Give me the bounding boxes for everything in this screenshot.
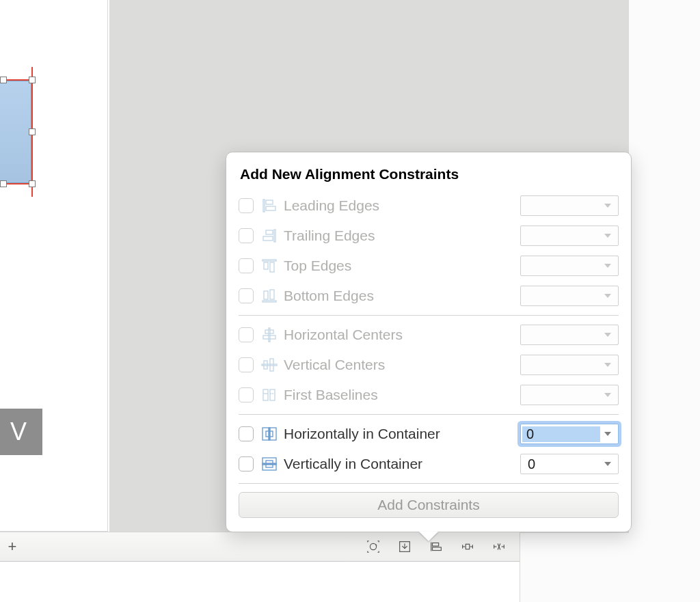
vertically-in-container-icon [260,456,278,472]
chevron-down-icon [604,462,611,466]
top-edges-icon [260,258,278,274]
constraint-row-h-in-container: Horizontally in Container 0 [239,419,619,449]
svg-rect-21 [264,361,267,369]
separator [239,414,619,415]
value-combo[interactable] [520,256,619,276]
resize-handle[interactable] [0,77,7,83]
svg-rect-15 [264,291,268,299]
checkbox[interactable] [239,426,254,441]
svg-rect-2 [433,543,439,547]
constraint-row-vcenters: Vertical Centers [239,350,619,380]
vertical-centers-icon [260,357,278,373]
chevron-down-icon [604,294,611,298]
resolve-issues-icon[interactable] [491,538,507,555]
leading-edges-icon [260,197,278,214]
separator [239,315,619,316]
chevron-down-icon [604,432,611,436]
svg-rect-6 [266,200,273,204]
chevron-down-icon [604,363,611,367]
add-constraints-button[interactable]: Add Constraints [239,492,619,518]
row-label: Leading Edges [284,197,520,214]
value-combo[interactable] [520,225,619,246]
row-label: Top Edges [284,258,520,274]
chevron-down-icon [604,264,611,268]
checkbox[interactable] [239,357,254,372]
resize-handle[interactable] [0,180,7,187]
trailing-edges-icon [260,228,278,244]
checkbox[interactable] [239,387,254,402]
svg-rect-18 [265,330,273,333]
resize-handle[interactable] [29,180,36,187]
partial-button-label: V [10,418,27,446]
svg-rect-29 [262,463,276,465]
svg-rect-13 [270,262,274,272]
resize-handle[interactable] [29,128,36,135]
chevron-down-icon [604,234,611,238]
value-combo[interactable] [520,385,619,405]
svg-rect-14 [262,301,276,302]
first-baselines-icon [260,387,278,403]
row-label: Horizontal Centers [284,327,520,343]
svg-rect-9 [266,230,273,234]
svg-rect-22 [270,359,273,371]
checkbox[interactable] [239,198,254,213]
add-icon[interactable]: + [3,537,22,556]
row-label: Bottom Edges [284,288,520,304]
embed-in-icon[interactable] [396,538,413,555]
svg-rect-8 [274,230,275,242]
checkbox[interactable] [239,288,254,303]
svg-rect-5 [263,200,265,212]
separator [239,483,619,484]
svg-rect-3 [433,547,442,551]
constraint-row-baselines: First Baselines [239,380,619,410]
svg-rect-12 [264,262,268,269]
popover-title: Add New Alignment Constraints [239,166,619,182]
svg-rect-7 [266,206,275,210]
pin-icon[interactable] [459,538,476,555]
constraint-row-leading: Leading Edges [239,191,619,221]
row-label: Trailing Edges [284,228,520,244]
chevron-down-icon [604,204,611,208]
constraint-row-top: Top Edges [239,251,619,281]
bottom-edges-icon [260,288,278,304]
svg-point-0 [370,543,376,549]
constraint-row-v-in-container: Vertically in Container 0 [239,449,619,479]
row-label: Vertical Centers [284,357,520,373]
horizontal-centers-icon [260,327,278,343]
value-combo[interactable]: 0 [520,424,619,444]
update-frames-icon[interactable] [365,538,381,555]
chevron-down-icon [604,393,611,397]
checkbox[interactable] [239,228,254,243]
chevron-down-icon [604,333,611,337]
resize-handle[interactable] [29,77,36,83]
svg-rect-16 [270,290,274,299]
row-label: Vertically in Container [284,456,520,472]
checkbox[interactable] [239,258,254,273]
horizontally-in-container-icon [260,426,278,442]
canvas-bottom-bar: + [0,532,520,562]
popover-arrow [419,532,438,541]
align-popover: Add New Alignment Constraints Leading Ed… [226,152,632,532]
value-combo[interactable]: 0 [520,454,619,474]
svg-rect-10 [263,236,273,241]
value-combo[interactable] [520,325,619,345]
constraint-row-trailing: Trailing Edges [239,221,619,251]
svg-rect-4 [466,544,470,549]
checkbox[interactable] [239,327,254,342]
selected-view[interactable] [0,67,34,197]
constraint-row-hcenters: Horizontal Centers [239,320,619,350]
add-constraints-label: Add Constraints [377,497,479,513]
svg-rect-19 [263,336,275,339]
value-combo[interactable] [520,195,619,216]
row-label: Horizontally in Container [284,426,520,442]
svg-rect-26 [269,428,270,440]
partial-button[interactable]: V [0,409,42,455]
value-combo[interactable] [520,355,619,375]
svg-rect-24 [270,389,275,400]
value-combo[interactable] [520,286,619,306]
selected-view-rect[interactable] [0,81,31,183]
constraint-row-bottom: Bottom Edges [239,281,619,311]
svg-rect-23 [263,389,268,400]
checkbox[interactable] [239,456,254,471]
svg-rect-11 [262,260,276,261]
